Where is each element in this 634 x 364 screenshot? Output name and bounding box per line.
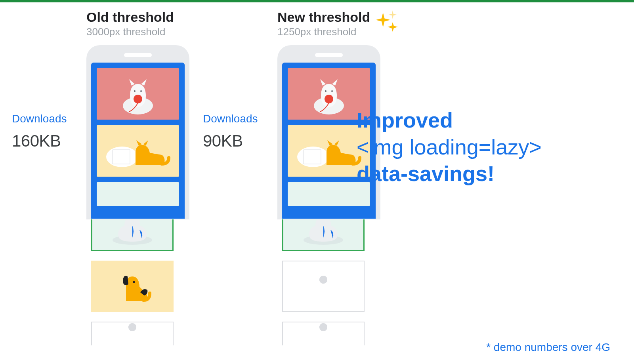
phone-speaker [315,53,343,57]
spinner-icon [311,322,335,345]
new-metrics: Downloads 90KB [203,112,270,151]
new-downloads-value: 90KB [203,131,270,151]
svg-point-10 [325,95,333,103]
diagram-stage: Downloads 160KB Old threshold 3000px thr… [0,0,634,364]
old-threshold-column: Downloads 160KB Old threshold 3000px thr… [12,10,189,345]
sparkles-icon [375,10,399,33]
new-subtitle: 1250px threshold [277,26,370,38]
image-tile-dog [91,261,174,312]
image-tile-peek [97,182,179,206]
old-title: Old threshold [86,10,174,25]
footnote: * demo numbers over 4G [486,341,610,354]
svg-point-9 [331,90,333,92]
hero-text: Improved <img loading=lazy> data-savings… [357,107,610,187]
image-tile-cat-yarn [97,68,179,120]
orange-cat-icon [102,129,174,173]
old-phone-mockup [86,45,189,219]
dog-icon [109,265,156,308]
hero-line-1: Improved [357,107,610,134]
svg-point-1 [134,90,136,92]
cat-yarn-icon [114,72,162,116]
old-below-viewport [91,219,185,345]
image-tile-spinner [282,261,365,312]
new-downloads-label: Downloads [203,112,270,125]
svg-point-3 [134,95,142,103]
new-headings: New threshold 1250px threshold [277,10,370,38]
image-tile-spinner-partial [282,322,365,345]
new-title: New threshold [277,10,370,25]
old-subtitle: 3000px threshold [86,26,174,38]
new-below-viewport [282,219,376,345]
image-tile-spinner-partial [91,322,174,345]
old-downloads-value: 160KB [12,131,79,151]
spinner-icon [120,322,144,345]
hero-line-3: data-savings! [357,160,610,187]
old-headings: Old threshold 3000px threshold [86,10,174,38]
svg-point-2 [140,90,142,92]
image-tile-orange-cat [97,125,179,177]
spinner-icon [311,274,335,298]
old-metrics: Downloads 160KB [12,112,79,151]
hero-line-2: <img loading=lazy> [357,134,610,161]
old-phone-screen [91,63,185,219]
svg-point-6 [133,281,135,283]
phone-speaker [124,53,152,57]
old-downloads-label: Downloads [12,112,79,125]
svg-point-8 [325,90,327,92]
